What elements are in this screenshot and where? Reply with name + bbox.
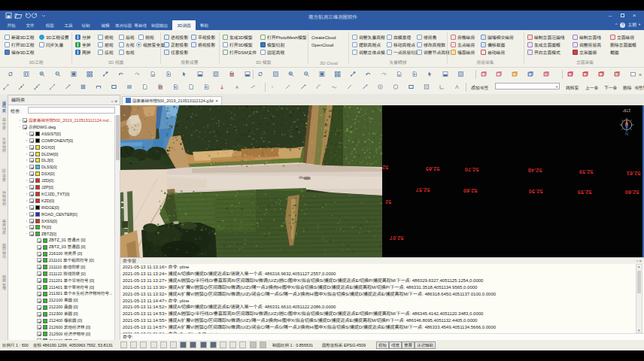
svg-text:A: A (235, 85, 238, 89)
svg-text:»: » (639, 72, 642, 77)
svg-text:N: N (625, 132, 628, 136)
svg-text:179°: 179° (623, 108, 630, 113)
